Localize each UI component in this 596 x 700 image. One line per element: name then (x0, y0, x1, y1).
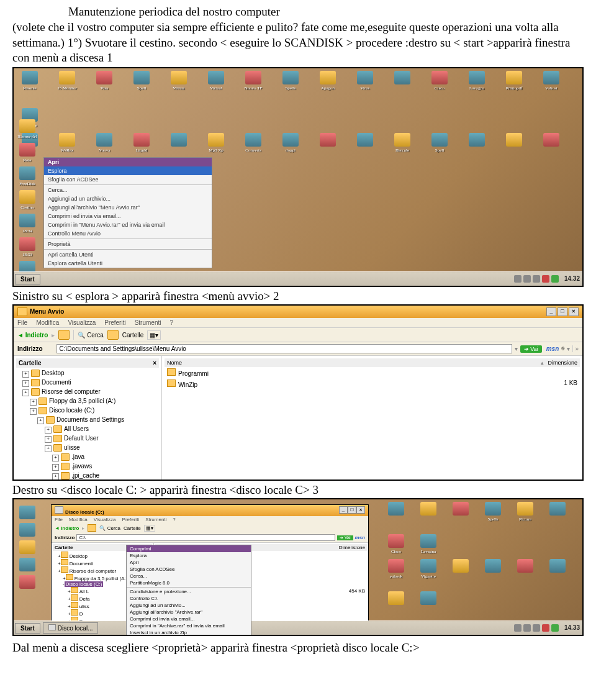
tree-item[interactable]: +.jpi_cache (22, 471, 159, 480)
tray-icon[interactable] (551, 624, 559, 632)
desktop-icon[interactable]: Spell (132, 71, 151, 91)
tree-item[interactable]: +ulisse (22, 443, 159, 453)
desktop-icon[interactable]: FreeDisk (17, 166, 37, 186)
back-button[interactable]: ◄ Indietro (55, 525, 79, 531)
menu-item[interactable]: Visualizza (94, 517, 116, 522)
views-button[interactable]: ▦▾ (147, 330, 161, 340)
file-list[interactable]: Nome▴Dimensione ProgrammiWinZip1 KB (162, 356, 582, 480)
close-button[interactable]: × (356, 506, 365, 514)
desktop-icon[interactable] (504, 133, 524, 153)
ctx-item[interactable]: Comprimi ed invia via email... (127, 616, 251, 622)
close-button[interactable]: × (569, 307, 579, 316)
desktop-icon[interactable]: Virtual (169, 71, 189, 91)
desktop-icon[interactable] (418, 591, 438, 606)
desktop-icon[interactable] (386, 502, 406, 522)
ctx-item[interactable]: Comprimi in "Archive.rar" ed invia via e… (127, 622, 251, 629)
ctx-item[interactable]: Aggiungi all'archivio "Menu Avvio.rar" (44, 203, 212, 212)
desktop-icon[interactable]: 18:34 (17, 214, 37, 234)
desktop-icon[interactable]: Vshost (541, 71, 561, 91)
ctx-item[interactable]: Cerca... (44, 186, 212, 194)
context-menu-disk[interactable]: Comprimi EsploraApriSfoglia con ACDSeeCe… (126, 545, 251, 636)
tray-icon[interactable] (514, 624, 522, 632)
desktop-icon[interactable] (355, 133, 375, 153)
taskbar-button[interactable]: Disco local... (43, 622, 99, 634)
menu-item[interactable]: Modifica (69, 517, 88, 522)
desktop-icon[interactable] (483, 559, 503, 579)
desktop-icon[interactable]: Primopdf (504, 71, 524, 91)
tray-icon[interactable] (523, 624, 531, 632)
address-input[interactable] (56, 344, 512, 353)
menu-item[interactable]: Visualizza (68, 319, 96, 326)
ctx-item[interactable]: Apri cartella Utenti (44, 250, 212, 259)
context-menu-start[interactable]: Apri Esplora Sfoglia con ACDSeeCerca...A… (43, 157, 212, 268)
ctx-item[interactable]: Esplora (127, 552, 251, 559)
menu-item[interactable]: Strumenti (145, 517, 166, 522)
desktop-icon[interactable]: Vignette (418, 559, 438, 579)
ctx-item-esplora[interactable]: Esplora (44, 166, 212, 175)
desktop-icon[interactable] (418, 502, 438, 522)
desktop-icon[interactable]: Picture (515, 502, 535, 522)
search-button[interactable]: 🔍 Cerca (99, 525, 120, 531)
ctx-item-apri[interactable]: Apri (44, 158, 212, 166)
desktop-icon[interactable]: Liquid (132, 133, 151, 153)
menu-item[interactable]: File (55, 517, 63, 522)
tree-item[interactable]: +.java (22, 453, 159, 462)
desktop-icon[interactable]: Virus (355, 71, 375, 91)
desktop-icon[interactable]: Lavagna (467, 71, 487, 91)
desktop-icon[interactable]: Virtual (206, 71, 226, 91)
forward-button[interactable]: ▸ (52, 332, 55, 339)
desktop-icon[interactable]: 18:53 (17, 237, 37, 257)
go-button[interactable]: ➜ Vai (337, 535, 353, 540)
desktop-icon[interactable] (515, 559, 535, 579)
views-button[interactable]: ▦▾ (144, 525, 155, 532)
menu-item[interactable]: Preferiti (104, 319, 125, 326)
desktop-icon[interactable] (318, 133, 338, 153)
ctx-item[interactable]: Inserisci in un archivio Zip (127, 629, 251, 636)
folders-button[interactable]: Cartelle (124, 525, 141, 531)
desktop-icon[interactable] (548, 559, 567, 579)
menu-item[interactable]: Modifica (36, 319, 59, 326)
menubar[interactable]: FileModificaVisualizzaPreferitiStrumenti… (52, 516, 368, 523)
desktop-icon[interactable]: Risorse del (17, 119, 37, 139)
desktop-icon[interactable] (392, 71, 412, 91)
menu-item[interactable]: Strumenti (135, 319, 161, 326)
ctx-item[interactable]: Aggiungi ad un archivio... (127, 602, 251, 609)
minimize-button[interactable]: _ (339, 506, 348, 514)
desktop-icon[interactable]: Cisco (386, 534, 406, 554)
desktop-icon[interactable] (451, 559, 471, 579)
col-name[interactable]: Nome (167, 360, 541, 366)
desktop-icon[interactable] (169, 133, 189, 153)
desktop-icon[interactable]: yahook (386, 559, 406, 579)
ctx-item[interactable]: Cerca... (127, 573, 251, 580)
up-button[interactable] (88, 524, 96, 532)
menu-item[interactable]: File (17, 319, 27, 326)
tray-icon[interactable] (533, 624, 540, 632)
up-button[interactable] (58, 330, 70, 340)
desktop-icon[interactable]: Hercule (392, 133, 412, 153)
search-button[interactable]: 🔍 Cerca (78, 332, 103, 339)
ctx-item[interactable]: Proprietà (44, 240, 212, 248)
tray-icon[interactable] (523, 275, 531, 283)
list-item[interactable]: WinZip1 KB (165, 378, 580, 389)
tray-icon[interactable] (514, 275, 522, 283)
tray-icon[interactable] (533, 275, 540, 283)
folder-tree[interactable]: Cartelle× +Desktop+Documenti+Risorse del… (14, 356, 162, 480)
desktop-icon[interactable]: Risorse (20, 71, 40, 91)
ctx-item[interactable]: Sfoglia con ACDSee (127, 566, 251, 573)
desktop-icon[interactable]: Cestino (17, 190, 37, 210)
ctx-item[interactable]: Condivisione e protezione... (127, 588, 251, 595)
desktop-icon[interactable]: doppi (281, 133, 300, 153)
desktop-icon[interactable]: Visa (94, 71, 114, 91)
ctx-item[interactable]: Sfoglia con ACDSee (44, 175, 212, 184)
desktop-icon[interactable]: Spells (281, 71, 300, 91)
desktop-icon[interactable]: Nuovo TF (243, 71, 263, 91)
msn-logo[interactable]: msn (546, 345, 559, 352)
col-size[interactable]: Dimensione (548, 360, 577, 366)
tree-item[interactable]: +Floppy da 3,5 pollici (A:) (22, 397, 159, 406)
desktop-icon[interactable]: Cisco (430, 71, 449, 91)
ctx-item[interactable]: Aggiungi all'archivio "Archive.rar" (127, 609, 251, 616)
tree-item[interactable]: +Documents and Settings (22, 416, 159, 425)
ctx-item[interactable]: Controllo C:\ (127, 595, 251, 602)
tray-icon[interactable] (542, 275, 549, 283)
tray-icon[interactable] (542, 624, 549, 632)
